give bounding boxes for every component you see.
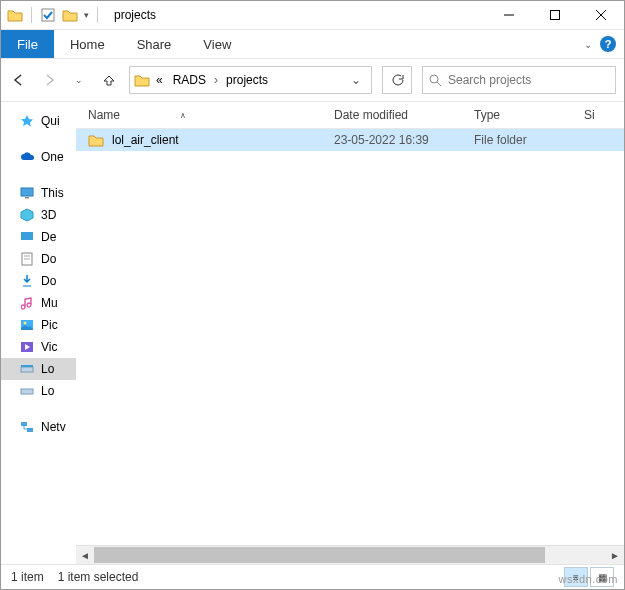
svg-point-15 — [24, 322, 27, 325]
help-icon[interactable]: ? — [600, 36, 616, 52]
document-icon — [19, 251, 35, 267]
navigation-pane: Qui One This 3D De — [1, 102, 76, 564]
svg-rect-18 — [21, 365, 33, 367]
sidebar-item-quick-access[interactable]: Qui — [1, 110, 76, 132]
properties-icon[interactable] — [40, 7, 56, 23]
sidebar-item-label: 3D — [41, 208, 56, 222]
title-bar: ▾ projects — [1, 1, 624, 30]
tab-share[interactable]: Share — [121, 30, 188, 58]
sidebar-item-desktop[interactable]: De — [1, 226, 76, 248]
forward-button[interactable] — [39, 70, 59, 90]
sidebar-item-label: Vic — [41, 340, 57, 354]
cloud-icon — [19, 149, 35, 165]
folder-icon[interactable] — [62, 7, 78, 23]
svg-rect-2 — [551, 11, 560, 20]
sidebar-item-music[interactable]: Mu — [1, 292, 76, 314]
chevron-right-icon[interactable]: › — [212, 73, 220, 87]
sidebar-item-this-pc[interactable]: This — [1, 182, 76, 204]
sidebar-item-documents[interactable]: Do — [1, 248, 76, 270]
music-icon — [19, 295, 35, 311]
close-button[interactable] — [578, 1, 624, 29]
back-button[interactable] — [9, 70, 29, 90]
status-item-count: 1 item — [11, 570, 44, 584]
folder-icon — [134, 73, 150, 87]
address-bar[interactable]: « RADS › projects ⌄ — [129, 66, 372, 94]
maximize-button[interactable] — [532, 1, 578, 29]
sidebar-item-local-disk[interactable]: Lo — [1, 380, 76, 402]
breadcrumb-prefix[interactable]: « — [152, 73, 167, 87]
sidebar-item-videos[interactable]: Vic — [1, 336, 76, 358]
tab-view[interactable]: View — [187, 30, 247, 58]
ribbon: File Home Share View ⌄ ? — [1, 30, 624, 59]
folder-icon — [7, 7, 23, 23]
window-title: projects — [114, 8, 156, 22]
sidebar-item-label: Qui — [41, 114, 60, 128]
column-size[interactable]: Si — [584, 108, 624, 122]
body: Qui One This 3D De — [1, 102, 624, 564]
drive-icon — [19, 383, 35, 399]
breadcrumb-segment[interactable]: projects — [222, 73, 272, 87]
scroll-left-icon[interactable]: ◄ — [76, 547, 94, 563]
search-icon — [429, 74, 442, 87]
qat-dropdown-icon[interactable]: ▾ — [84, 10, 89, 20]
file-tab[interactable]: File — [1, 30, 54, 58]
window-controls — [486, 1, 624, 29]
sidebar-item-pictures[interactable]: Pic — [1, 314, 76, 336]
scroll-track[interactable] — [94, 547, 606, 563]
status-selection: 1 item selected — [58, 570, 139, 584]
content-pane: Name ∧ Date modified Type Si lol_air_cli… — [76, 102, 624, 564]
cube-icon — [19, 207, 35, 223]
sidebar-item-3d[interactable]: 3D — [1, 204, 76, 226]
svg-point-5 — [430, 75, 438, 83]
file-name: lol_air_client — [112, 133, 179, 147]
address-bar-row: ⌄ « RADS › projects ⌄ Search projects — [1, 59, 624, 102]
scroll-thumb[interactable] — [94, 547, 545, 563]
sidebar-item-label: Do — [41, 274, 56, 288]
search-box[interactable]: Search projects — [422, 66, 616, 94]
drive-icon — [19, 361, 35, 377]
sidebar-item-local-disk[interactable]: Lo — [1, 358, 76, 380]
file-row[interactable]: lol_air_client 23-05-2022 16:39 File fol… — [76, 129, 624, 151]
address-dropdown-icon[interactable]: ⌄ — [345, 73, 367, 87]
column-type[interactable]: Type — [474, 108, 584, 122]
sidebar-item-label: Mu — [41, 296, 58, 310]
quick-access-toolbar: ▾ — [1, 7, 106, 23]
sidebar-item-label: Lo — [41, 362, 54, 376]
scroll-right-icon[interactable]: ► — [606, 547, 624, 563]
svg-rect-20 — [21, 422, 27, 426]
pc-icon — [19, 185, 35, 201]
column-date[interactable]: Date modified — [334, 108, 474, 122]
sidebar-item-downloads[interactable]: Do — [1, 270, 76, 292]
thumbnails-view-button[interactable]: ▦ — [590, 567, 614, 587]
sidebar-item-network[interactable]: Netv — [1, 416, 76, 438]
network-icon — [19, 419, 35, 435]
minimize-button[interactable] — [486, 1, 532, 29]
sort-ascending-icon: ∧ — [180, 111, 186, 120]
refresh-button[interactable] — [382, 66, 412, 94]
recent-dropdown-icon[interactable]: ⌄ — [69, 70, 89, 90]
breadcrumb-segment[interactable]: RADS — [169, 73, 210, 87]
video-icon — [19, 339, 35, 355]
sidebar-item-onedrive[interactable]: One — [1, 146, 76, 168]
explorer-window: ▾ projects File Home Share View ⌄ ? ⌄ « … — [0, 0, 625, 590]
details-view-button[interactable]: ≡ — [564, 567, 588, 587]
folder-icon — [88, 133, 106, 147]
status-bar: 1 item 1 item selected ≡ ▦ — [1, 564, 624, 589]
file-date: 23-05-2022 16:39 — [334, 133, 474, 147]
file-type: File folder — [474, 133, 584, 147]
svg-rect-17 — [21, 367, 33, 372]
sidebar-item-label: This — [41, 186, 64, 200]
sidebar-item-label: Lo — [41, 384, 54, 398]
separator — [97, 7, 98, 23]
horizontal-scrollbar[interactable]: ◄ ► — [76, 545, 624, 564]
column-label: Name — [88, 108, 120, 122]
column-name[interactable]: Name ∧ — [88, 108, 334, 122]
svg-rect-0 — [42, 9, 54, 21]
svg-line-6 — [437, 82, 441, 86]
tab-home[interactable]: Home — [54, 30, 121, 58]
up-button[interactable] — [99, 70, 119, 90]
ribbon-collapse-icon[interactable]: ⌄ — [584, 39, 592, 50]
sidebar-item-label: One — [41, 150, 64, 164]
separator — [31, 7, 32, 23]
file-list[interactable]: lol_air_client 23-05-2022 16:39 File fol… — [76, 129, 624, 545]
